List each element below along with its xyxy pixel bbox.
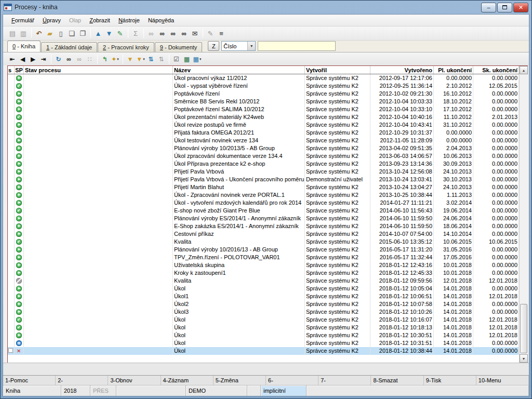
move-down-icon[interactable]: ▼	[104, 28, 114, 38]
open-icon[interactable]: ▰	[45, 28, 55, 38]
checklist-icon[interactable]: ☑	[171, 54, 181, 64]
copy-record-icon[interactable]: ❏	[66, 28, 77, 38]
minimize-button[interactable]: –	[481, 3, 496, 12]
table-row[interactable]: Úkol prezentační materiály K24webSprávce…	[8, 113, 519, 121]
fkey-2[interactable]: 2-	[56, 376, 108, 385]
parent-record-icon[interactable]: ↰	[100, 54, 110, 64]
scroll-up-button[interactable]: ▲	[520, 66, 528, 74]
column-header-vytvoreno[interactable]: Vytvořeno	[370, 66, 434, 74]
table-row[interactable]: Poptávkové řízení SALIMA 10/2012Správce …	[8, 105, 519, 113]
z-button[interactable]: Z	[208, 41, 219, 51]
menu-nastroje[interactable]: Nástroje	[114, 15, 144, 26]
scrollbar-track[interactable]	[520, 74, 528, 354]
column-header-s[interactable]: s	[8, 66, 15, 74]
tab-2-pracovni-kroky[interactable]: 2 - Pracovní kroky	[98, 42, 154, 52]
table-row[interactable]: TPV_Změn.řízení - POLOTOVAR_VAR01Správce…	[8, 254, 519, 261]
column-header-nazev[interactable]: Název	[173, 66, 305, 74]
fkey-6[interactable]: 6-	[266, 376, 318, 385]
table-row[interactable]: Poptávkové řízeníSprávce systému K22012-…	[8, 90, 519, 98]
table-row[interactable]: Přijetí Martin BlahutSprávce systému K22…	[8, 183, 519, 191]
grid-view-icon[interactable]: ▦▾	[192, 54, 202, 64]
table-row[interactable]: Úkol - Zpracování novinek verze PORTAL.1…	[8, 191, 519, 199]
table-row[interactable]: Přijatá faktura OMEGA 2012/21Správce sys…	[8, 129, 519, 137]
filter-edit-icon[interactable]: ▼▾	[136, 54, 145, 64]
vertical-scrollbar[interactable]: ▲ ▼	[519, 66, 528, 363]
fkey-1-pomoc[interactable]: 1-Pomoc	[3, 376, 56, 385]
mail-icon[interactable]: ✉	[190, 28, 200, 38]
menu-upravy[interactable]: Úpravy	[38, 15, 65, 26]
refresh-icon[interactable]: ↻	[54, 54, 63, 64]
column-header-pl-ukonceni[interactable]: Pl. ukončení	[434, 66, 473, 74]
table-row[interactable]: Úkol1Správce systému K22018-01-12 10:06:…	[8, 292, 519, 300]
first-record-icon[interactable]: ⇤	[7, 54, 17, 64]
fkey-7[interactable]: 7-	[318, 376, 371, 385]
table-row[interactable]: ÚkolSprávce systému K22018-01-12 10:31:5…	[8, 339, 519, 347]
paste-icon[interactable]: ❐	[77, 28, 88, 38]
search-icon[interactable]: ∞	[157, 28, 167, 38]
table-row[interactable]: ÚkolSprávce systému K22018-01-12 10:18:1…	[8, 324, 519, 331]
table-row[interactable]: ÚkolSprávce systému K22018-01-12 10:16:0…	[8, 316, 519, 324]
scroll-down-button[interactable]: ▼	[520, 354, 528, 363]
quick-filter-input[interactable]	[258, 41, 336, 51]
next-record-icon[interactable]: ▶	[28, 54, 38, 64]
filter-icon[interactable]: ▼	[125, 54, 135, 64]
table-row[interactable]: Přijetí Pavla Vrbová - Ukončení pracovní…	[8, 176, 519, 183]
filter-field-combo[interactable]: Číslo ▼	[221, 41, 256, 51]
fkey-10-menu[interactable]: 10-Menu	[476, 376, 529, 385]
table-row[interactable]: Cestovní příkazSprávce systému K22014-10…	[8, 230, 519, 238]
chevron-down-icon[interactable]: ▼	[247, 42, 255, 50]
menu-formular[interactable]: Formulář	[7, 15, 38, 26]
table-row[interactable]: Úkol - vypsat výběrové řízeníSprávce sys…	[8, 82, 519, 90]
menu-napoveda[interactable]: Nápověda	[144, 15, 178, 26]
table-row[interactable]: E-Shop zakázka ES/2014/1 - Anonymní záka…	[8, 222, 519, 230]
search-book-icon[interactable]: ∞	[64, 54, 74, 64]
table-row[interactable]: Směrnice B8 Servis Rekl 10/2012Správce s…	[8, 98, 519, 105]
last-record-icon[interactable]: ⇥	[38, 54, 48, 64]
scrollbar-thumb[interactable]	[520, 304, 527, 353]
tab-9-dokumenty[interactable]: 9 - Dokumenty	[155, 42, 203, 52]
column-header-sp[interactable]: SP	[15, 66, 24, 74]
column-header-stav-procesu[interactable]: Stav procesu	[24, 66, 173, 74]
fkey-4-zaznam[interactable]: 4-Záznam	[161, 376, 214, 385]
undo-icon[interactable]: ↶	[34, 28, 44, 38]
search-next-icon[interactable]: ∞	[168, 28, 178, 38]
column-header-sk-ukonceni[interactable]: Sk. ukončení	[473, 66, 519, 74]
menu-list-icon[interactable]: ≡	[216, 28, 227, 38]
sort-icon[interactable]: ⇅	[146, 54, 156, 64]
table-row[interactable]: ÚkolSprávce systému K22018-01-12 10:38:4…	[8, 347, 519, 355]
tab-0-kniha[interactable]: 0 - Kniha	[7, 41, 41, 52]
fkey-8-smazat[interactable]: 8-Smazat	[371, 376, 423, 385]
table-row[interactable]: E-shop nové zboží Giant Pre BlueSprávce …	[8, 207, 519, 215]
table-row[interactable]: Úkol zpracování dokumentace verze 134.4S…	[8, 152, 519, 160]
prev-record-icon[interactable]: ◀	[18, 54, 28, 64]
edit-record-icon[interactable]: ✎	[115, 28, 125, 38]
fkey-9-tisk[interactable]: 9-Tisk	[424, 376, 476, 385]
table-row[interactable]: Plánování výroby ES/2014/1 - Anonymní zá…	[8, 215, 519, 222]
table-row[interactable]: KvalitaSprávce systému K22018-01-12 09:5…	[8, 277, 519, 285]
search-select-icon[interactable]: ∞	[179, 28, 189, 38]
fkey-5-zmena[interactable]: 5-Změna	[214, 376, 266, 385]
fkey-3-obnov[interactable]: 3-Obnov	[108, 376, 161, 385]
new-record-icon[interactable]: ▯	[56, 28, 66, 38]
table-row[interactable]: KvalitaSprávce systému K22015-06-10 13:3…	[8, 238, 519, 246]
table-row[interactable]: Úkol revize postupů ve firměSprávce syst…	[8, 121, 519, 129]
table-row[interactable]: Úkol2Správce systému K22018-01-12 10:07:…	[8, 300, 519, 308]
table-row[interactable]: Plánování výroby 10/2016/13 - AB GroupSp…	[8, 246, 519, 254]
table-row[interactable]: Úkol pracovní výkaz 11/2012Správce systé…	[8, 74, 519, 82]
table-row[interactable]: Úkol3Správce systému K22018-01-12 10:10:…	[8, 308, 519, 316]
tab-1-zakladni-udaje[interactable]: 1 - Základní údaje	[41, 42, 97, 52]
actions-icon[interactable]: ✦▾	[110, 54, 120, 64]
table-row[interactable]: Plánování výroby 10/2013/5 - AB GroupSpr…	[8, 144, 519, 152]
table-row[interactable]: Úkol - vytvoření mzdových kalendářů pro …	[8, 199, 519, 207]
close-button[interactable]: ✕	[513, 3, 528, 12]
maximize-button[interactable]	[497, 3, 512, 12]
table-row[interactable]: Úkol testování novinek verze 134Správce …	[8, 137, 519, 144]
table-row[interactable]: Kroky k zastoupení1Správce systému K2201…	[8, 269, 519, 277]
export-excel-icon[interactable]: ▦	[182, 54, 192, 64]
column-header-vytvoril[interactable]: Vytvořil	[305, 66, 370, 74]
table-row[interactable]: ÚkolSprávce systému K22018-01-12 10:30:5…	[8, 331, 519, 339]
move-up-icon[interactable]: ▲	[93, 28, 103, 38]
table-row[interactable]: Úkol Příprava prezentace k2 e-shopSprávc…	[8, 160, 519, 168]
table-row[interactable]: Uživatelská skupinaSprávce systému K2201…	[8, 261, 519, 269]
menu-zobrazit[interactable]: Zobrazit	[85, 15, 114, 26]
